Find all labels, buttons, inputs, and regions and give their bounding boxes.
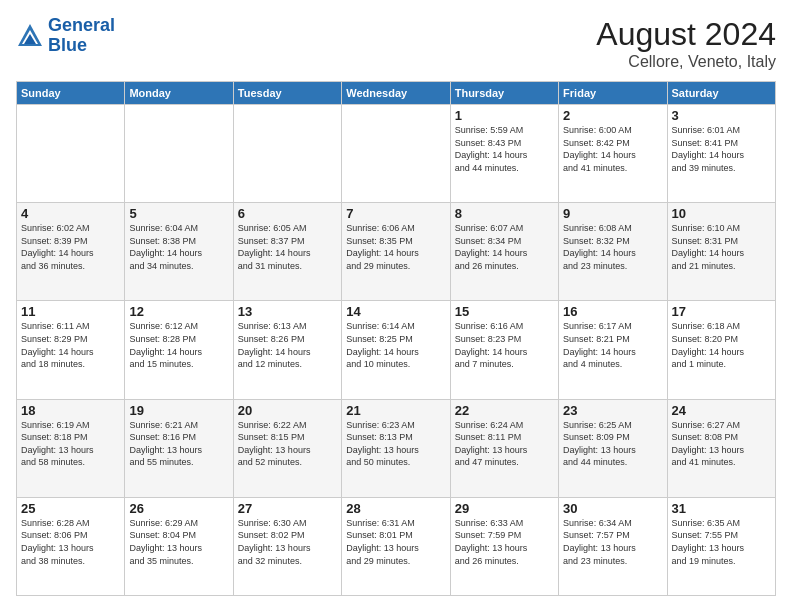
day-header-thursday: Thursday bbox=[450, 82, 558, 105]
cell-day-number: 10 bbox=[672, 206, 771, 221]
title-block: August 2024 Cellore, Veneto, Italy bbox=[596, 16, 776, 71]
cell-day-number: 27 bbox=[238, 501, 337, 516]
cell-day-number: 25 bbox=[21, 501, 120, 516]
calendar-cell: 22Sunrise: 6:24 AM Sunset: 8:11 PM Dayli… bbox=[450, 399, 558, 497]
cell-info: Sunrise: 6:11 AM Sunset: 8:29 PM Dayligh… bbox=[21, 320, 120, 370]
cell-info: Sunrise: 6:04 AM Sunset: 8:38 PM Dayligh… bbox=[129, 222, 228, 272]
calendar-cell bbox=[125, 105, 233, 203]
cell-day-number: 1 bbox=[455, 108, 554, 123]
cell-day-number: 18 bbox=[21, 403, 120, 418]
day-header-saturday: Saturday bbox=[667, 82, 775, 105]
cell-info: Sunrise: 6:06 AM Sunset: 8:35 PM Dayligh… bbox=[346, 222, 445, 272]
cell-day-number: 26 bbox=[129, 501, 228, 516]
cell-info: Sunrise: 6:18 AM Sunset: 8:20 PM Dayligh… bbox=[672, 320, 771, 370]
calendar-cell: 14Sunrise: 6:14 AM Sunset: 8:25 PM Dayli… bbox=[342, 301, 450, 399]
cell-info: Sunrise: 6:02 AM Sunset: 8:39 PM Dayligh… bbox=[21, 222, 120, 272]
cell-day-number: 8 bbox=[455, 206, 554, 221]
cell-info: Sunrise: 6:24 AM Sunset: 8:11 PM Dayligh… bbox=[455, 419, 554, 469]
calendar-week-1: 1Sunrise: 5:59 AM Sunset: 8:43 PM Daylig… bbox=[17, 105, 776, 203]
main-title: August 2024 bbox=[596, 16, 776, 53]
calendar-cell: 30Sunrise: 6:34 AM Sunset: 7:57 PM Dayli… bbox=[559, 497, 667, 595]
logo-line1: General bbox=[48, 15, 115, 35]
calendar-cell: 17Sunrise: 6:18 AM Sunset: 8:20 PM Dayli… bbox=[667, 301, 775, 399]
cell-info: Sunrise: 6:22 AM Sunset: 8:15 PM Dayligh… bbox=[238, 419, 337, 469]
header: General Blue August 2024 Cellore, Veneto… bbox=[16, 16, 776, 71]
cell-info: Sunrise: 6:01 AM Sunset: 8:41 PM Dayligh… bbox=[672, 124, 771, 174]
cell-day-number: 22 bbox=[455, 403, 554, 418]
calendar-cell: 27Sunrise: 6:30 AM Sunset: 8:02 PM Dayli… bbox=[233, 497, 341, 595]
cell-info: Sunrise: 6:21 AM Sunset: 8:16 PM Dayligh… bbox=[129, 419, 228, 469]
day-header-monday: Monday bbox=[125, 82, 233, 105]
day-header-friday: Friday bbox=[559, 82, 667, 105]
cell-day-number: 28 bbox=[346, 501, 445, 516]
calendar-cell: 6Sunrise: 6:05 AM Sunset: 8:37 PM Daylig… bbox=[233, 203, 341, 301]
cell-info: Sunrise: 6:19 AM Sunset: 8:18 PM Dayligh… bbox=[21, 419, 120, 469]
calendar-cell: 11Sunrise: 6:11 AM Sunset: 8:29 PM Dayli… bbox=[17, 301, 125, 399]
calendar-cell: 16Sunrise: 6:17 AM Sunset: 8:21 PM Dayli… bbox=[559, 301, 667, 399]
calendar-week-4: 18Sunrise: 6:19 AM Sunset: 8:18 PM Dayli… bbox=[17, 399, 776, 497]
cell-info: Sunrise: 6:33 AM Sunset: 7:59 PM Dayligh… bbox=[455, 517, 554, 567]
calendar-cell bbox=[17, 105, 125, 203]
calendar-cell: 7Sunrise: 6:06 AM Sunset: 8:35 PM Daylig… bbox=[342, 203, 450, 301]
cell-info: Sunrise: 5:59 AM Sunset: 8:43 PM Dayligh… bbox=[455, 124, 554, 174]
cell-info: Sunrise: 6:13 AM Sunset: 8:26 PM Dayligh… bbox=[238, 320, 337, 370]
calendar-cell: 2Sunrise: 6:00 AM Sunset: 8:42 PM Daylig… bbox=[559, 105, 667, 203]
cell-day-number: 5 bbox=[129, 206, 228, 221]
calendar-table: SundayMondayTuesdayWednesdayThursdayFrid… bbox=[16, 81, 776, 596]
calendar-week-5: 25Sunrise: 6:28 AM Sunset: 8:06 PM Dayli… bbox=[17, 497, 776, 595]
cell-info: Sunrise: 6:08 AM Sunset: 8:32 PM Dayligh… bbox=[563, 222, 662, 272]
cell-info: Sunrise: 6:34 AM Sunset: 7:57 PM Dayligh… bbox=[563, 517, 662, 567]
cell-day-number: 30 bbox=[563, 501, 662, 516]
calendar-cell: 5Sunrise: 6:04 AM Sunset: 8:38 PM Daylig… bbox=[125, 203, 233, 301]
day-header-tuesday: Tuesday bbox=[233, 82, 341, 105]
cell-day-number: 13 bbox=[238, 304, 337, 319]
cell-day-number: 7 bbox=[346, 206, 445, 221]
logo-line2: Blue bbox=[48, 35, 87, 55]
cell-info: Sunrise: 6:30 AM Sunset: 8:02 PM Dayligh… bbox=[238, 517, 337, 567]
cell-info: Sunrise: 6:17 AM Sunset: 8:21 PM Dayligh… bbox=[563, 320, 662, 370]
cell-day-number: 4 bbox=[21, 206, 120, 221]
cell-day-number: 9 bbox=[563, 206, 662, 221]
cell-info: Sunrise: 6:07 AM Sunset: 8:34 PM Dayligh… bbox=[455, 222, 554, 272]
logo: General Blue bbox=[16, 16, 115, 56]
calendar-cell: 25Sunrise: 6:28 AM Sunset: 8:06 PM Dayli… bbox=[17, 497, 125, 595]
day-header-wednesday: Wednesday bbox=[342, 82, 450, 105]
calendar-cell: 21Sunrise: 6:23 AM Sunset: 8:13 PM Dayli… bbox=[342, 399, 450, 497]
calendar-cell: 4Sunrise: 6:02 AM Sunset: 8:39 PM Daylig… bbox=[17, 203, 125, 301]
cell-day-number: 17 bbox=[672, 304, 771, 319]
calendar-header-row: SundayMondayTuesdayWednesdayThursdayFrid… bbox=[17, 82, 776, 105]
cell-info: Sunrise: 6:35 AM Sunset: 7:55 PM Dayligh… bbox=[672, 517, 771, 567]
calendar-cell: 23Sunrise: 6:25 AM Sunset: 8:09 PM Dayli… bbox=[559, 399, 667, 497]
cell-day-number: 29 bbox=[455, 501, 554, 516]
calendar-week-2: 4Sunrise: 6:02 AM Sunset: 8:39 PM Daylig… bbox=[17, 203, 776, 301]
calendar-cell: 31Sunrise: 6:35 AM Sunset: 7:55 PM Dayli… bbox=[667, 497, 775, 595]
cell-day-number: 31 bbox=[672, 501, 771, 516]
cell-info: Sunrise: 6:28 AM Sunset: 8:06 PM Dayligh… bbox=[21, 517, 120, 567]
cell-info: Sunrise: 6:05 AM Sunset: 8:37 PM Dayligh… bbox=[238, 222, 337, 272]
calendar-cell: 3Sunrise: 6:01 AM Sunset: 8:41 PM Daylig… bbox=[667, 105, 775, 203]
sub-title: Cellore, Veneto, Italy bbox=[596, 53, 776, 71]
cell-info: Sunrise: 6:27 AM Sunset: 8:08 PM Dayligh… bbox=[672, 419, 771, 469]
calendar-cell: 18Sunrise: 6:19 AM Sunset: 8:18 PM Dayli… bbox=[17, 399, 125, 497]
cell-day-number: 15 bbox=[455, 304, 554, 319]
calendar-cell: 9Sunrise: 6:08 AM Sunset: 8:32 PM Daylig… bbox=[559, 203, 667, 301]
cell-day-number: 23 bbox=[563, 403, 662, 418]
calendar-cell: 20Sunrise: 6:22 AM Sunset: 8:15 PM Dayli… bbox=[233, 399, 341, 497]
day-header-sunday: Sunday bbox=[17, 82, 125, 105]
cell-info: Sunrise: 6:31 AM Sunset: 8:01 PM Dayligh… bbox=[346, 517, 445, 567]
cell-day-number: 20 bbox=[238, 403, 337, 418]
cell-day-number: 2 bbox=[563, 108, 662, 123]
cell-info: Sunrise: 6:23 AM Sunset: 8:13 PM Dayligh… bbox=[346, 419, 445, 469]
cell-info: Sunrise: 6:29 AM Sunset: 8:04 PM Dayligh… bbox=[129, 517, 228, 567]
cell-day-number: 21 bbox=[346, 403, 445, 418]
logo-text: General Blue bbox=[48, 16, 115, 56]
calendar-cell: 26Sunrise: 6:29 AM Sunset: 8:04 PM Dayli… bbox=[125, 497, 233, 595]
calendar-cell: 1Sunrise: 5:59 AM Sunset: 8:43 PM Daylig… bbox=[450, 105, 558, 203]
cell-day-number: 24 bbox=[672, 403, 771, 418]
calendar-cell: 15Sunrise: 6:16 AM Sunset: 8:23 PM Dayli… bbox=[450, 301, 558, 399]
cell-day-number: 12 bbox=[129, 304, 228, 319]
calendar-cell bbox=[342, 105, 450, 203]
page: General Blue August 2024 Cellore, Veneto… bbox=[0, 0, 792, 612]
cell-day-number: 19 bbox=[129, 403, 228, 418]
cell-day-number: 14 bbox=[346, 304, 445, 319]
